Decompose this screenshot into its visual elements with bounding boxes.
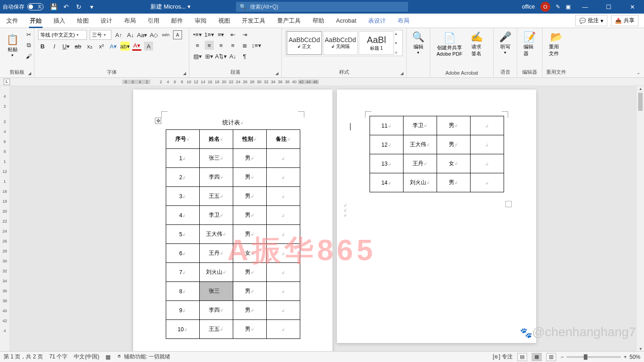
status-words[interactable]: 71 个字 bbox=[49, 353, 68, 361]
minimize-button[interactable]: — bbox=[576, 0, 594, 14]
account-name[interactable]: office bbox=[522, 4, 535, 10]
table-cell[interactable]: 李卫↲ bbox=[403, 116, 437, 135]
table-cell[interactable]: 王丹↲ bbox=[403, 154, 437, 173]
vertical-ruler[interactable]: 422468112116182022242628303234363840424 bbox=[0, 86, 10, 351]
table-cell[interactable]: 男↲ bbox=[437, 135, 470, 154]
tab-design[interactable]: 设计 bbox=[100, 14, 113, 28]
editor-button[interactable]: 📝编辑器 bbox=[521, 30, 538, 58]
zoom-slider[interactable] bbox=[567, 356, 621, 358]
table-cell[interactable]: 14↲ bbox=[370, 173, 403, 192]
status-lang[interactable]: 中文(中国) bbox=[74, 353, 99, 361]
undo-icon[interactable]: ↶ bbox=[62, 3, 71, 10]
styles-gallery[interactable]: AaBbCcDd↲ 正文 AaBbCcDd↲ 无间隔 AaBl标题 1 ▴▾≡ bbox=[285, 30, 403, 56]
dictate-button[interactable]: 🎤听写▾ bbox=[497, 30, 513, 56]
outdent-icon[interactable]: ⇤ bbox=[228, 30, 237, 39]
comments-button[interactable]: 💬 批注 ▾ bbox=[575, 15, 607, 26]
zoom-control[interactable]: − + 50% bbox=[561, 354, 640, 360]
table-2[interactable]: 11↲李卫↲男↲↲12↲王大伟↲男↲↲13↲王丹↲女↲↲14↲刘火山↲男↲↲ bbox=[370, 116, 504, 192]
table-cell[interactable]: 男↲ bbox=[437, 173, 470, 192]
table-cell[interactable]: 男↲ bbox=[233, 149, 266, 168]
table-cell[interactable]: 男↲ bbox=[437, 116, 470, 135]
table-cell[interactable]: ↲ bbox=[266, 320, 300, 339]
autosave-toggle[interactable]: 自动保存 关 bbox=[3, 3, 43, 11]
tab-review[interactable]: 审阅 bbox=[194, 14, 207, 28]
bold-button[interactable]: B bbox=[38, 42, 47, 51]
status-page[interactable]: 第 1 页，共 2 页 bbox=[4, 353, 43, 361]
table-resize-handle[interactable] bbox=[505, 201, 512, 207]
numbering-icon[interactable]: 1≡▾ bbox=[205, 30, 214, 39]
reuse-files-button[interactable]: 📂重用文件 bbox=[546, 30, 566, 58]
align-right-icon[interactable]: ≡ bbox=[216, 41, 226, 50]
share-button[interactable]: 📤 共享 bbox=[611, 15, 639, 26]
superscript-button[interactable]: x² bbox=[97, 42, 106, 51]
table-cell[interactable]: ↲ bbox=[266, 168, 300, 187]
table-cell[interactable]: 9↲ bbox=[166, 301, 199, 320]
table-cell[interactable]: 男↲ bbox=[233, 282, 266, 301]
tab-selector[interactable]: L bbox=[4, 79, 10, 85]
table-cell[interactable]: 3↲ bbox=[166, 187, 199, 206]
table-cell[interactable]: ↲ bbox=[470, 154, 504, 173]
tab-masstools[interactable]: 量产工具 bbox=[276, 14, 302, 28]
table-cell[interactable]: 女↲ bbox=[437, 154, 470, 173]
multilevel-icon[interactable]: ≡▾ bbox=[216, 30, 226, 39]
tab-draw[interactable]: 绘图 bbox=[76, 14, 90, 28]
redo-icon[interactable]: ↻ bbox=[74, 3, 83, 10]
cut-icon[interactable]: ✂ bbox=[24, 30, 33, 39]
table-header-cell[interactable]: 姓名↲ bbox=[199, 130, 233, 149]
table-cell[interactable]: 张三↲ bbox=[199, 282, 233, 301]
distribute-icon[interactable]: ≣ bbox=[240, 41, 249, 50]
underline-button[interactable]: U▾ bbox=[62, 42, 71, 51]
request-sign-button[interactable]: ✍请求签名 bbox=[468, 30, 485, 58]
char-shading-icon[interactable]: A bbox=[144, 42, 153, 51]
search-box[interactable]: 🔍 搜索(Alt+Q) bbox=[236, 2, 408, 12]
horizontal-ruler[interactable]: 8642246810121416182022242628303234363840… bbox=[122, 78, 644, 86]
table-header-cell[interactable]: 备注↲ bbox=[266, 130, 300, 149]
table-cell[interactable]: 10↲ bbox=[166, 320, 199, 339]
shrink-font-icon[interactable]: A↓ bbox=[126, 30, 135, 39]
table-cell[interactable]: 张三↲ bbox=[199, 149, 233, 168]
bullets-icon[interactable]: •≡▾ bbox=[193, 30, 202, 39]
table-cell[interactable]: 5↲ bbox=[166, 225, 199, 244]
table-cell[interactable]: 2↲ bbox=[166, 168, 199, 187]
format-painter-icon[interactable]: 🖌 bbox=[24, 52, 33, 61]
table-cell[interactable]: 13↲ bbox=[370, 154, 403, 173]
tab-devtools[interactable]: 开发工具 bbox=[241, 14, 266, 28]
change-case-icon[interactable]: Aa▾ bbox=[138, 30, 147, 39]
table-cell[interactable]: 李卫↲ bbox=[199, 206, 233, 225]
tab-file[interactable]: 文件 bbox=[5, 14, 19, 28]
table-cell[interactable]: 6↲ bbox=[166, 244, 199, 263]
zoom-out-icon[interactable]: − bbox=[561, 354, 564, 360]
style-heading1[interactable]: AaBl标题 1 bbox=[359, 31, 394, 55]
pages-container[interactable]: A振华865 🐾@chenhanghang7 ✥ 统计表↲ 序号↲姓名↲性别↲备… bbox=[10, 86, 644, 351]
indent-icon[interactable]: ⇥ bbox=[240, 30, 249, 39]
table-cell[interactable]: 王五↲ bbox=[199, 320, 233, 339]
table-cell[interactable]: 11↲ bbox=[370, 116, 403, 135]
table-header-cell[interactable]: 性别↲ bbox=[233, 130, 266, 149]
italic-button[interactable]: I bbox=[50, 42, 59, 51]
table-move-handle[interactable]: ✥ bbox=[155, 118, 161, 124]
status-macro-icon[interactable]: ▦ bbox=[106, 354, 111, 360]
table-header-cell[interactable]: 序号↲ bbox=[166, 130, 199, 149]
tab-mailings[interactable]: 邮件 bbox=[170, 14, 184, 28]
focus-mode-icon[interactable]: [⊕] 专注 bbox=[493, 353, 513, 361]
maximize-button[interactable]: ☐ bbox=[600, 0, 618, 14]
align-left-icon[interactable]: ≡ bbox=[193, 41, 202, 50]
table-cell[interactable]: 7↲ bbox=[166, 263, 199, 282]
text-effects-icon[interactable]: A▾ bbox=[109, 42, 118, 51]
view-read-icon[interactable]: ▤ bbox=[517, 353, 527, 361]
table-cell[interactable]: 王大伟↲ bbox=[403, 135, 437, 154]
tab-help[interactable]: 帮助 bbox=[312, 14, 325, 28]
table-cell[interactable]: ↲ bbox=[266, 206, 300, 225]
subscript-button[interactable]: x₂ bbox=[85, 42, 94, 51]
status-a11y[interactable]: ಠ 辅助功能: 一切就绪 bbox=[117, 353, 170, 361]
tab-table-layout[interactable]: 布局 bbox=[397, 14, 410, 28]
clear-format-icon[interactable]: A◇ bbox=[149, 30, 159, 39]
sort-icon[interactable]: A↓ bbox=[228, 52, 237, 61]
table-cell[interactable]: 李四↲ bbox=[199, 168, 233, 187]
pen-icon[interactable]: ✎ bbox=[556, 4, 560, 10]
strike-button[interactable]: ab bbox=[73, 42, 82, 51]
tab-references[interactable]: 引用 bbox=[147, 14, 160, 28]
tab-insert[interactable]: 插入 bbox=[53, 14, 66, 28]
save-icon[interactable]: 💾 bbox=[49, 3, 58, 10]
font-name-select[interactable]: 等线 (中文正文)▾ bbox=[38, 30, 87, 40]
